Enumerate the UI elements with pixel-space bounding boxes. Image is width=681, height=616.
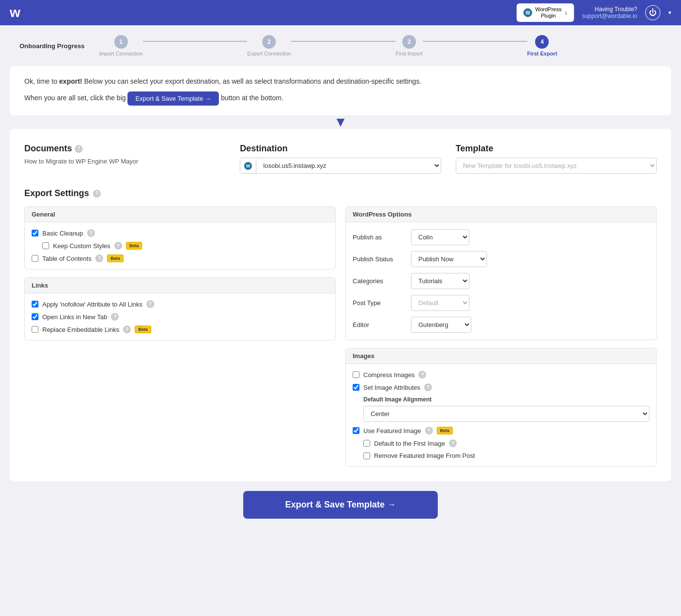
export-btn-inline-label: Export & Save Template → bbox=[135, 95, 211, 102]
keep-custom-styles-beta: Beta bbox=[126, 242, 143, 250]
step-export-connection: 2 Export Connection bbox=[247, 35, 291, 56]
compress-images-help-icon[interactable]: ? bbox=[418, 371, 426, 379]
info-banner: Ok, time to export! Below you can select… bbox=[10, 66, 671, 115]
links-panel-header: Links bbox=[25, 278, 335, 293]
images-panel: Images Compress Images ? Set Image Attri… bbox=[345, 348, 657, 467]
step-import-connection: 1 Import Connection bbox=[99, 35, 143, 56]
chevron-down-icon[interactable]: ▾ bbox=[668, 9, 671, 16]
dest-wp-logo: W bbox=[244, 162, 252, 170]
step-line-2 bbox=[291, 41, 396, 42]
trouble-label: Having Trouble? bbox=[582, 6, 637, 13]
wp-plugin-label: WordPressPlugin bbox=[535, 6, 561, 19]
categories-select[interactable]: Tutorials bbox=[411, 273, 469, 289]
publish-as-select[interactable]: Colin bbox=[411, 229, 469, 245]
documents-section: Documents ? How to Migrate to WP Engine … bbox=[24, 144, 225, 165]
post-type-select-wrapper: Default Post Page bbox=[411, 295, 649, 311]
step-circle-3: 3 bbox=[402, 35, 416, 49]
publish-status-select-wrapper: Publish Now Draft Pending Review bbox=[411, 251, 649, 267]
arrow-down-indicator: ▼ bbox=[10, 115, 671, 129]
publish-as-select-wrapper: Colin bbox=[411, 229, 649, 245]
export-save-btn-label: Export & Save Template → bbox=[285, 500, 396, 510]
remove-featured-image-checkbox[interactable] bbox=[363, 453, 370, 459]
default-first-image-row: Default to the First Image ? bbox=[363, 439, 649, 447]
table-of-contents-checkbox[interactable] bbox=[32, 255, 38, 262]
categories-label: Categories bbox=[353, 277, 411, 285]
export-save-template-inline-button[interactable]: Export & Save Template → bbox=[127, 91, 219, 106]
step-label-1: Import Connection bbox=[99, 51, 143, 56]
default-first-image-help-icon[interactable]: ? bbox=[449, 439, 457, 447]
alignment-select-wrapper: Center Left Right None bbox=[363, 406, 649, 422]
set-image-attr-help-icon[interactable]: ? bbox=[424, 383, 432, 391]
use-featured-image-help-icon[interactable]: ? bbox=[425, 427, 433, 435]
alignment-select[interactable]: Center Left Right None bbox=[363, 406, 649, 422]
step-circle-1: 1 bbox=[114, 35, 128, 49]
compress-images-row: Compress Images ? bbox=[353, 371, 649, 379]
wordpress-plugin-button[interactable]: W WordPressPlugin ↓ bbox=[517, 3, 574, 22]
remove-featured-image-row: Remove Featured Image From Post bbox=[363, 452, 649, 459]
header-right: W WordPressPlugin ↓ Having Trouble? supp… bbox=[517, 3, 671, 22]
embeddable-checkbox[interactable] bbox=[32, 326, 38, 333]
nofollow-checkbox[interactable] bbox=[32, 301, 38, 308]
wp-options-header: WordPress Options bbox=[346, 207, 656, 222]
table-of-contents-row: Table of Contents ? Beta bbox=[32, 254, 328, 262]
step-circle-2: 2 bbox=[262, 35, 276, 49]
embeddable-help-icon[interactable]: ? bbox=[123, 326, 131, 333]
default-first-image-checkbox[interactable] bbox=[363, 440, 370, 447]
images-panel-body: Compress Images ? Set Image Attributes ?… bbox=[346, 364, 656, 466]
embeddable-label: Replace Embeddable Links bbox=[42, 326, 119, 333]
documents-help-icon[interactable]: ? bbox=[75, 145, 83, 153]
destination-section: Destination W losobi.us5.instawp.xyz bbox=[240, 144, 441, 174]
step-line-3 bbox=[423, 41, 527, 42]
app-header: w W WordPressPlugin ↓ Having Trouble? su… bbox=[0, 0, 681, 25]
basic-cleanup-checkbox[interactable] bbox=[32, 230, 38, 236]
template-title: Template bbox=[456, 144, 657, 154]
publish-status-select[interactable]: Publish Now Draft Pending Review bbox=[411, 251, 487, 267]
right-settings-col: WordPress Options Publish as Colin Publi bbox=[345, 206, 657, 467]
nofollow-help-icon[interactable]: ? bbox=[146, 300, 154, 308]
info-end: button at the bottom. bbox=[221, 94, 283, 102]
export-settings-help-icon[interactable]: ? bbox=[93, 190, 101, 198]
bottom-bar: Export & Save Template → bbox=[10, 481, 671, 528]
links-panel-body: Apply 'nofollow' Attribute to All Links … bbox=[25, 293, 335, 340]
default-first-image-label: Default to the First Image bbox=[374, 440, 445, 447]
support-email[interactable]: support@wordable.io bbox=[582, 13, 637, 19]
keep-custom-styles-help-icon[interactable]: ? bbox=[114, 242, 122, 250]
nofollow-row: Apply 'nofollow' Attribute to All Links … bbox=[32, 300, 328, 308]
general-panel-header: General bbox=[25, 207, 335, 222]
onboarding-progress: Onboarding Progress 1 Import Connection … bbox=[0, 25, 681, 66]
destination-select[interactable]: losobi.us5.instawp.xyz bbox=[256, 158, 440, 173]
general-panel-body: Basic Cleanup ? Keep Custom Styles ? Bet… bbox=[25, 222, 335, 269]
basic-cleanup-row: Basic Cleanup ? bbox=[32, 229, 328, 237]
power-button[interactable]: ⏻ bbox=[645, 5, 661, 20]
new-tab-help-icon[interactable]: ? bbox=[111, 313, 119, 321]
step-first-import: 3 First Import bbox=[395, 35, 423, 56]
basic-cleanup-help-icon[interactable]: ? bbox=[87, 229, 95, 237]
general-panel: General Basic Cleanup ? Keep Custom Styl… bbox=[24, 206, 336, 270]
progress-steps: 1 Import Connection 2 Export Connection … bbox=[99, 35, 662, 56]
post-type-label: Post Type bbox=[353, 299, 411, 307]
categories-select-wrapper: Tutorials bbox=[411, 273, 649, 289]
template-select[interactable]: New Template for losobi.us5.instawp.xyz bbox=[456, 158, 657, 174]
step-line-4 bbox=[557, 41, 662, 42]
settings-grid: General Basic Cleanup ? Keep Custom Styl… bbox=[24, 206, 657, 467]
new-tab-label: Open Links in New Tab bbox=[42, 313, 107, 321]
export-save-template-button[interactable]: Export & Save Template → bbox=[243, 491, 438, 519]
documents-title: Documents ? bbox=[24, 144, 225, 154]
post-type-select[interactable]: Default Post Page bbox=[411, 295, 469, 311]
wp-options-body: Publish as Colin Publish Status bbox=[346, 222, 656, 340]
trouble-section: Having Trouble? support@wordable.io bbox=[582, 6, 637, 19]
set-image-attributes-checkbox[interactable] bbox=[353, 384, 359, 391]
documents-subtitle: How to Migrate to WP Engine WP Mayor bbox=[24, 158, 225, 165]
compress-images-checkbox[interactable] bbox=[353, 371, 359, 378]
nofollow-label: Apply 'nofollow' Attribute to All Links bbox=[42, 301, 143, 308]
editor-select[interactable]: Gutenberg Classic bbox=[411, 317, 471, 333]
toc-help-icon[interactable]: ? bbox=[95, 254, 103, 262]
publish-status-label: Publish Status bbox=[353, 255, 411, 263]
info-when: When you are all set, click the big bbox=[24, 94, 126, 102]
use-featured-image-checkbox[interactable] bbox=[353, 427, 359, 434]
new-tab-checkbox[interactable] bbox=[32, 313, 38, 320]
embeddable-row: Replace Embeddable Links ? Beta bbox=[32, 326, 328, 333]
use-featured-image-beta: Beta bbox=[437, 427, 453, 435]
keep-custom-styles-checkbox[interactable] bbox=[42, 242, 49, 249]
step-label-2: Export Connection bbox=[247, 51, 291, 56]
